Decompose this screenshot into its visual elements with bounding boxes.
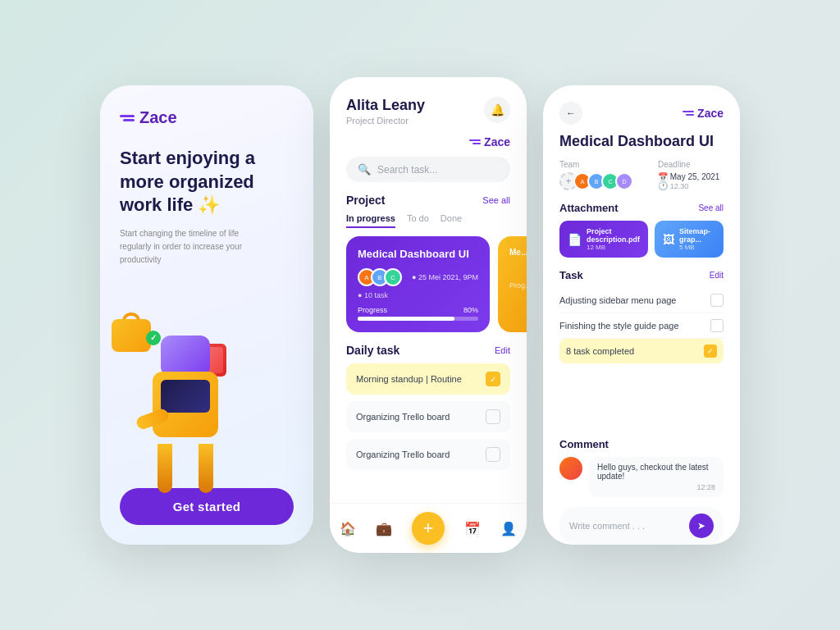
project-title: Medical Dashboard UI xyxy=(559,133,724,150)
deadline-date: 📅 May 25, 2021 xyxy=(658,172,719,181)
daily-task-title: Daily task xyxy=(346,344,399,357)
progress-labels: Progress 80% xyxy=(358,306,478,314)
attachment-1[interactable]: 📄 Project description.pdf 12 MB xyxy=(559,221,648,258)
comment-section: Comment Hello guys, checkout the latest … xyxy=(543,438,740,500)
file-icon-1: 📄 xyxy=(568,233,582,246)
attach-info-2: Sitemap-grap... 5 MB xyxy=(679,227,715,251)
project-scroll: Medical Dashboard UI A B C ● 25 Mei 2021… xyxy=(330,236,527,344)
phone3-logo: Zace xyxy=(682,107,724,120)
comment-title: Comment xyxy=(559,438,724,450)
attach-size-1: 12 MB xyxy=(587,244,640,251)
task-3-checkbox[interactable] xyxy=(486,447,500,462)
attachment-header: Attachment See all xyxy=(559,202,724,214)
deadline-col: Deadline 📅 May 25, 2021 🕐 12.30 xyxy=(658,160,719,190)
task-3-text: Organizing Trello board xyxy=(356,450,450,459)
task-section-title: Task xyxy=(559,269,583,281)
task-1-checkbox[interactable]: ✓ xyxy=(486,372,500,386)
nav-user-icon[interactable]: 👤 xyxy=(500,521,517,536)
daily-edit-link[interactable]: Edit xyxy=(495,345,510,355)
tab-done[interactable]: Done xyxy=(441,213,462,228)
comment-content: Hello guys, checkout the latest update! … xyxy=(589,457,724,497)
task-row-3[interactable]: 8 task completed ✓ xyxy=(559,339,724,363)
attachment-see-all-link[interactable]: See all xyxy=(698,203,724,212)
task-edit-link[interactable]: Edit xyxy=(710,271,724,280)
task-item-1[interactable]: Morning standup | Routine ✓ xyxy=(346,363,510,395)
avatar-3: C xyxy=(384,268,402,286)
team-col: Team + A B C D xyxy=(559,160,633,190)
comment-bubble: Hello guys, checkout the latest update! … xyxy=(559,457,724,497)
illustration: ✓ xyxy=(120,280,294,475)
nav-calendar-icon[interactable]: 📅 xyxy=(464,521,481,536)
user-info: Alita Leany Project Director xyxy=(346,97,425,126)
project-section-header: Project See all xyxy=(330,194,527,213)
logo-icon-small xyxy=(469,139,481,144)
nav-home-icon[interactable]: 🏠 xyxy=(340,521,356,536)
attachment-2[interactable]: 🖼 Sitemap-grap... 5 MB xyxy=(655,221,724,258)
robot-legs xyxy=(144,444,226,493)
task-row-3-checkbox[interactable]: ✓ xyxy=(704,345,717,358)
task-row-1-text: Adjusting sidebar menu page xyxy=(559,295,676,305)
phone3-content: Medical Dashboard UI Team + A B C D Dead… xyxy=(543,133,740,438)
progress-fill xyxy=(358,317,454,321)
robot-leg-left xyxy=(158,444,172,493)
task-row-2[interactable]: Finishing the style guide page xyxy=(559,313,724,339)
phone2-logo: Zace xyxy=(330,135,527,157)
daily-header: Daily task Edit xyxy=(346,344,510,357)
logo-icon xyxy=(120,115,135,121)
phone3-logo-text: Zace xyxy=(697,107,724,120)
attach-name-1: Project description.pdf xyxy=(587,227,640,244)
search-bar[interactable]: 🔍 Search task... xyxy=(346,157,510,182)
mini-title: Me... xyxy=(509,248,527,257)
task-item-2[interactable]: Organizing Trello board xyxy=(346,401,510,432)
back-button[interactable]: ← xyxy=(559,102,582,125)
task-2-checkbox[interactable] xyxy=(486,409,500,424)
attach-name-2: Sitemap-grap... xyxy=(679,227,715,244)
logo-line-1 xyxy=(469,139,481,141)
attach-size-2: 5 MB xyxy=(679,244,715,251)
logo-text: Zace xyxy=(139,108,177,127)
project-tabs: In progress To do Done xyxy=(330,213,527,236)
tab-in-progress[interactable]: In progress xyxy=(346,213,395,228)
bottom-navigation: 🏠 💼 + 📅 👤 xyxy=(330,503,527,553)
phone2-header: Alita Leany Project Director 🔔 xyxy=(330,77,527,135)
phone-3-frame: ← Zace Medical Dashboard UI Team + A B C… xyxy=(543,85,740,545)
subtext: Start changing the timeline of life regu… xyxy=(120,227,267,267)
project-card-small[interactable]: Me... Prog... xyxy=(498,236,527,332)
logo-line-2 xyxy=(123,119,135,121)
task-row-1[interactable]: Adjusting sidebar menu page xyxy=(559,288,724,313)
project-see-all-link[interactable]: See all xyxy=(482,195,510,205)
daily-task-section: Daily task Edit Morning standup | Routin… xyxy=(330,344,527,477)
attachment-title: Attachment xyxy=(559,202,619,214)
get-started-button[interactable]: Get started xyxy=(120,488,294,525)
attachments-list: 📄 Project description.pdf 12 MB 🖼 Sitema… xyxy=(559,221,724,258)
file-icon-2: 🖼 xyxy=(663,233,674,246)
team-label: Team xyxy=(559,160,633,169)
deadline-label: Deadline xyxy=(658,160,719,169)
task-item-3[interactable]: Organizing Trello board xyxy=(346,439,510,470)
task-row-2-text: Finishing the style guide page xyxy=(559,321,679,331)
search-placeholder: Search task... xyxy=(377,164,437,176)
task-2-text: Organizing Trello board xyxy=(356,412,450,422)
project-card-title: Medical Dashboard UI xyxy=(358,248,478,260)
user-role: Project Director xyxy=(346,116,425,126)
task-row-1-checkbox[interactable] xyxy=(710,294,724,307)
send-button[interactable]: ➤ xyxy=(689,514,714,538)
logo-line-1 xyxy=(682,111,694,112)
comment-input-row[interactable]: Write comment . . . ➤ xyxy=(559,507,724,545)
task-row-2-checkbox[interactable] xyxy=(710,319,724,332)
notification-bell-icon[interactable]: 🔔 xyxy=(484,97,510,123)
project-card-main[interactable]: Medical Dashboard UI A B C ● 25 Mei 2021… xyxy=(346,236,490,332)
robot-arm xyxy=(135,408,170,431)
tab-to-do[interactable]: To do xyxy=(407,213,429,228)
comment-text: Hello guys, checkout the latest update! xyxy=(597,463,715,481)
comment-time: 12:28 xyxy=(597,483,715,491)
logo-line-2 xyxy=(686,114,694,116)
search-icon: 🔍 xyxy=(358,163,371,176)
fab-add-button[interactable]: + xyxy=(412,512,445,545)
project-meta-row: Team + A B C D Deadline 📅 May 25, 2021 🕐 xyxy=(559,160,724,190)
commenter-avatar xyxy=(559,457,582,480)
robot-figure xyxy=(144,327,226,475)
attach-info-1: Project description.pdf 12 MB xyxy=(587,227,640,251)
nav-briefcase-icon[interactable]: 💼 xyxy=(376,521,392,536)
comment-input[interactable]: Write comment . . . xyxy=(569,521,682,531)
